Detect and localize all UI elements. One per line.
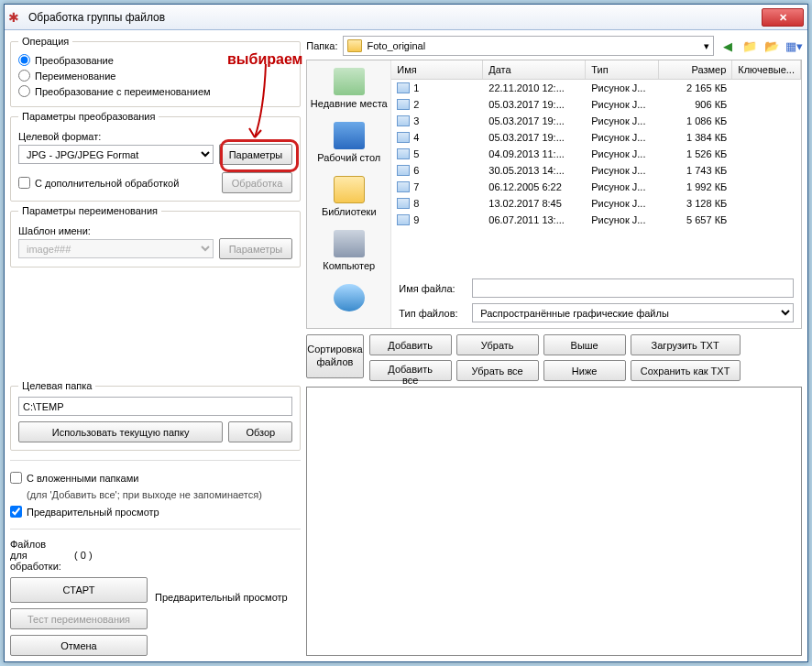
transform-params-group: Параметры преобразования Целевой формат:… [10,111,301,202]
sidebar-computer[interactable]: Компьютер [323,230,375,271]
file-row[interactable]: 630.05.2013 14:...Рисунок J...1 743 КБ [391,162,801,179]
radio-convert-rename[interactable]: Преобразование с переименованием [18,83,292,99]
file-type-label: Тип файлов: [399,308,465,319]
sidebar-network[interactable] [334,284,365,314]
cancel-button[interactable]: Отмена [10,635,148,656]
file-row[interactable]: 205.03.2017 19:...Рисунок J...906 КБ [391,96,801,113]
file-name-input[interactable] [472,278,794,298]
queue-list[interactable] [306,387,802,656]
files-count: ( 0 ) [74,550,93,561]
window-title: Обработка группы файлов [28,11,762,24]
computer-icon [334,230,365,257]
recent-icon [334,68,365,95]
places-sidebar: Недавние места Рабочий стол Библиотеки К… [307,60,391,328]
format-params-button[interactable]: Параметры [219,144,293,165]
titlebar: ✱ Обработка группы файлов ✕ [5,5,807,30]
radio-convert[interactable]: Преобразование [18,52,292,68]
add-all-button[interactable]: Добавить все [369,360,452,381]
file-type-select[interactable]: Распространённые графические файлы [472,303,794,322]
processing-button: Обработка [222,172,292,193]
image-file-icon [397,165,410,176]
back-icon[interactable]: ◀ [719,38,736,54]
image-file-icon [397,198,410,209]
rename-params-button: Параметры [219,238,293,259]
template-label: Шаблон имени: [18,225,292,236]
target-folder-legend: Целевая папка [18,380,95,391]
col-name[interactable]: Имя [391,60,483,79]
file-name-label: Имя файла: [399,283,465,294]
subfolders-hint: (для 'Добавить все'; при выходе не запом… [10,489,301,500]
image-file-icon [397,148,410,159]
rename-params-group: Параметры переименования Шаблон имени: i… [10,205,301,267]
remove-all-button[interactable]: Убрать все [456,360,539,381]
up-folder-icon[interactable]: 📁 [741,38,758,54]
close-button[interactable]: ✕ [762,8,804,27]
file-row[interactable]: 706.12.2005 6:22Рисунок J...1 992 КБ [391,179,801,195]
start-button[interactable]: СТАРТ [10,577,148,603]
file-list: Имя Дата Тип Размер Ключевые... 122.11.2… [391,60,801,328]
image-file-icon [397,132,410,143]
folder-combo[interactable]: Foto_original ▾ [343,36,714,56]
file-list-header[interactable]: Имя Дата Тип Размер Ключевые... [391,60,801,80]
image-file-icon [397,82,410,93]
image-file-icon [397,99,410,110]
target-format-select[interactable]: JPG - JPG/JPEG Format [18,145,214,164]
files-count-label: Файлов для обработки: [10,539,65,572]
file-row[interactable]: 305.03.2017 19:...Рисунок J...1 086 КБ [391,113,801,129]
folder-icon [347,39,362,52]
libraries-icon [334,176,365,203]
col-keywords[interactable]: Ключевые... [732,60,801,79]
col-type[interactable]: Тип [586,60,659,79]
up-button[interactable]: Выше [543,334,626,355]
file-row[interactable]: 122.11.2010 12:...Рисунок J...2 165 КБ [391,80,801,96]
sidebar-recent[interactable]: Недавние места [311,68,388,109]
image-file-icon [397,214,410,225]
browse-button[interactable]: Обзор [228,421,292,442]
col-size[interactable]: Размер [659,60,732,79]
down-button[interactable]: Ниже [543,360,626,381]
subfolders-check[interactable]: С вложенными папками [10,470,301,486]
operation-group: Операция Преобразование Переименование П… [10,36,301,107]
template-select: image### [18,239,214,258]
load-txt-button[interactable]: Загрузить TXT [631,334,741,355]
image-file-icon [397,181,410,192]
save-txt-button[interactable]: Сохранить как TXT [631,360,741,381]
sort-files-button[interactable]: Сортировка файлов [306,334,363,378]
file-row[interactable]: 906.07.2011 13:...Рисунок J...5 657 КБ [391,212,801,228]
rename-legend: Параметры переименования [18,205,161,216]
view-mode-icon[interactable]: ▦▾ [785,38,802,54]
app-icon: ✱ [8,10,23,25]
remove-button[interactable]: Убрать [456,334,539,355]
image-file-icon [397,115,410,126]
col-date[interactable]: Дата [483,60,586,79]
extra-processing-check[interactable]: С дополнительной обработкой [18,175,216,191]
main-window: ✱ Обработка группы файлов ✕ Операция Пре… [4,4,808,662]
add-button[interactable]: Добавить [369,334,452,355]
sidebar-desktop[interactable]: Рабочий стол [317,122,380,163]
folder-label: Папка: [306,40,337,51]
target-format-label: Целевой формат: [18,131,292,142]
preview-check[interactable]: Предварительный просмотр [10,504,301,519]
target-folder-group: Целевая папка Использовать текущую папку… [10,380,301,451]
transform-legend: Параметры преобразования [18,111,159,122]
preview-label: Предварительный просмотр [155,539,301,656]
desktop-icon [334,122,365,149]
file-row[interactable]: 813.02.2017 8:45Рисунок J...3 128 КБ [391,195,801,212]
new-folder-icon[interactable]: 📂 [763,38,780,54]
radio-rename[interactable]: Переименование [18,68,292,83]
operation-legend: Операция [18,36,72,47]
target-folder-input[interactable] [18,397,292,416]
network-icon [334,284,365,311]
file-row[interactable]: 504.09.2013 11:...Рисунок J...1 526 КБ [391,146,801,162]
folder-name: Foto_original [367,40,425,51]
file-row[interactable]: 405.03.2017 19:...Рисунок J...1 384 КБ [391,129,801,146]
use-current-folder-button[interactable]: Использовать текущую папку [18,421,223,442]
test-rename-button: Тест переименования [10,608,148,629]
sidebar-libraries[interactable]: Библиотеки [322,176,377,217]
